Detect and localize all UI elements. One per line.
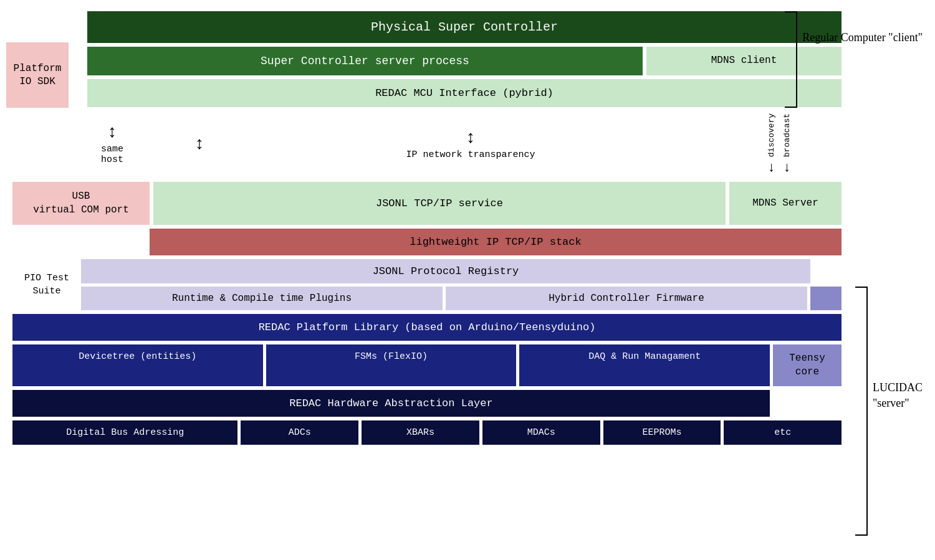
mdacs: MDACs xyxy=(482,420,600,445)
teensy-core-purple xyxy=(810,287,842,310)
redac-platform-library: REDAC Platform Library (based on Arduino… xyxy=(12,314,842,341)
xbars: XBARs xyxy=(362,420,479,445)
redac-hal: REDAC Hardware Abstraction Layer xyxy=(12,390,770,417)
eeproms: EEPROMs xyxy=(603,420,721,445)
same-host-arrow: ↕ same host xyxy=(87,107,137,182)
pio-test-suite: PIO Test Suite xyxy=(12,259,81,310)
hybrid-controller-firmware: Hybrid Controller Firmware xyxy=(446,287,807,310)
physical-super-controller: Physical Super Controller xyxy=(87,11,842,43)
platform-io-sdk: Platform IO SDK xyxy=(6,42,69,108)
digital-bus: Digital Bus Adressing xyxy=(12,420,237,445)
teensy-core-block: Teensy core xyxy=(773,344,842,386)
usb-virtual-com: USB virtual COM port xyxy=(12,182,150,225)
regular-computer-label: Regular Computer "client" xyxy=(802,30,923,45)
runtime-plugins: Runtime & Compile time Plugins xyxy=(81,287,443,310)
arrow-2: ↕ xyxy=(175,107,224,182)
etc: etc xyxy=(724,420,842,445)
jsonl-protocol-registry: JSONL Protocol Registry xyxy=(81,259,810,283)
adcs: ADCs xyxy=(241,420,358,445)
ip-network-arrow: ↕ IP network transparency xyxy=(224,107,717,182)
diagram-container: Physical Super Controller Regular Comput… xyxy=(0,0,935,560)
discovery-broadcast: discovery ↓ broadcast ↓ xyxy=(717,107,842,182)
jsonl-tcp-service: JSONL TCP/IP service xyxy=(153,182,726,225)
devicetree: Devicetree (entities) xyxy=(12,344,263,386)
fsms: FSMs (FlexIO) xyxy=(266,344,517,386)
super-controller-server: Super Controller server process xyxy=(87,47,643,75)
redac-mcu-interface: REDAC MCU Interface (pybrid) xyxy=(87,79,842,107)
mdns-server: MDNS Server xyxy=(729,182,842,225)
daq: DAQ & Run Managament xyxy=(519,344,770,386)
lightweight-ip: lightweight IP TCP/IP stack xyxy=(150,229,842,255)
lucidac-server-label: LUCIDAC "server" xyxy=(873,380,923,411)
